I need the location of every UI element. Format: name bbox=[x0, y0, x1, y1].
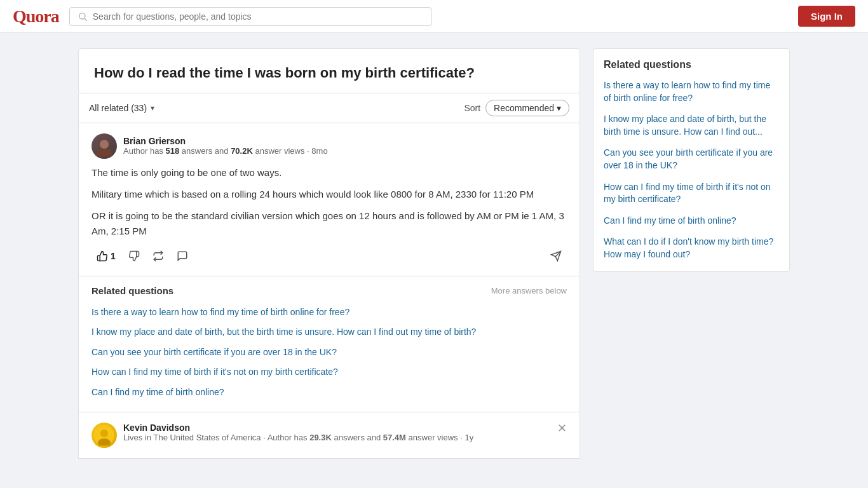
answer2-content: Kevin Davidson Lives in The United State… bbox=[123, 423, 551, 442]
logo[interactable]: Quora bbox=[13, 6, 59, 27]
svg-point-7 bbox=[100, 430, 108, 437]
all-related-label: All related (33) bbox=[89, 103, 147, 113]
sidebar-link-3[interactable]: Can you see your birth certificate if yo… bbox=[604, 147, 779, 172]
meta-prefix: Author has bbox=[123, 146, 166, 156]
sidebar-link-5[interactable]: Can I find my time of birth online? bbox=[604, 215, 779, 227]
related-inline-link-3[interactable]: Can you see your birth certificate if yo… bbox=[92, 342, 567, 363]
recommended-sort-button[interactable]: Recommended ▾ bbox=[485, 100, 569, 116]
sidebar-title: Related questions bbox=[604, 59, 779, 71]
answer-paragraph-3: OR it is going to be the standard civili… bbox=[92, 208, 567, 239]
sidebar-link-6[interactable]: What can I do if I don't know my birth t… bbox=[604, 236, 779, 261]
upvote-icon bbox=[97, 250, 108, 262]
avatar-kevin bbox=[92, 423, 117, 448]
related-inline-link-2[interactable]: I know my place and date of birth, but t… bbox=[92, 322, 567, 342]
sidebar-link-2[interactable]: I know my place and date of birth, but t… bbox=[604, 113, 779, 138]
search-icon bbox=[78, 11, 88, 22]
search-bar bbox=[69, 7, 432, 26]
comment-button[interactable] bbox=[172, 247, 193, 266]
answer-actions: 1 bbox=[92, 247, 567, 266]
upvote-button[interactable]: 1 bbox=[92, 247, 121, 266]
kevin-views-label: answer views · bbox=[406, 433, 465, 442]
reshare-button[interactable] bbox=[147, 247, 169, 266]
answer-paragraph-2: Military time which is based on a rollin… bbox=[92, 187, 567, 202]
answer-paragraph-1: The time is only going to be one of two … bbox=[92, 165, 567, 180]
author-meta: Author has 518 answers and 70.2K answer … bbox=[123, 146, 328, 156]
question-title: How do I read the time I was born on my … bbox=[94, 64, 564, 83]
answer-card-brian: Brian Grierson Author has 518 answers an… bbox=[78, 123, 580, 276]
kevin-meta-prefix: Lives in The United States of America · … bbox=[123, 433, 309, 442]
kevin-answers-label: answers and bbox=[332, 433, 383, 442]
upvote-count: 1 bbox=[111, 251, 116, 261]
more-answers-below: More answers below bbox=[491, 286, 567, 295]
all-related-filter[interactable]: All related (33) ▾ bbox=[89, 103, 154, 113]
related-inline-title: Related questions bbox=[92, 285, 173, 296]
downvote-icon bbox=[128, 250, 140, 262]
sort-label: Sort bbox=[464, 103, 480, 113]
downvote-button[interactable] bbox=[123, 247, 145, 266]
share-button[interactable] bbox=[545, 247, 567, 266]
chevron-down-icon: ▾ bbox=[151, 104, 154, 112]
related-inline-link-5[interactable]: Can I find my time of birth online? bbox=[92, 383, 567, 403]
chevron-down-icon: ▾ bbox=[557, 103, 561, 113]
left-column: How do I read the time I was born on my … bbox=[78, 48, 580, 459]
recommended-label: Recommended bbox=[494, 103, 554, 113]
sidebar-link-4[interactable]: How can I find my time of birth if it's … bbox=[604, 181, 779, 206]
svg-point-2 bbox=[100, 140, 109, 149]
kevin-time-ago: 1y bbox=[465, 433, 473, 442]
view-count: 70.2K bbox=[231, 146, 253, 156]
related-inline-link-4[interactable]: How can I find my time of birth if it's … bbox=[92, 362, 567, 383]
close-button[interactable]: ✕ bbox=[557, 423, 567, 434]
author-name[interactable]: Brian Grierson bbox=[123, 136, 328, 146]
author-name-kevin[interactable]: Kevin Davidson bbox=[123, 423, 551, 433]
avatar bbox=[92, 133, 117, 159]
filter-bar: All related (33) ▾ Sort Recommended ▾ bbox=[78, 93, 580, 123]
svg-point-3 bbox=[97, 149, 112, 156]
svg-line-1 bbox=[85, 18, 87, 21]
search-input[interactable] bbox=[93, 11, 424, 22]
kevin-answer-count: 29.3K bbox=[309, 433, 332, 442]
answers-label: answers and bbox=[179, 146, 231, 156]
author-row: Brian Grierson Author has 518 answers an… bbox=[92, 133, 567, 159]
share-icon bbox=[550, 250, 562, 262]
sidebar-link-1[interactable]: Is there a way to learn how to find my t… bbox=[604, 79, 779, 104]
main-container: How do I read the time I was born on my … bbox=[65, 48, 803, 459]
related-inline-header: Related questions More answers below bbox=[92, 285, 567, 296]
sort-area: Sort Recommended ▾ bbox=[464, 100, 569, 116]
comment-icon bbox=[177, 250, 188, 262]
related-inline-link-1[interactable]: Is there a way to learn how to find my t… bbox=[92, 302, 567, 323]
header: Quora Sign In bbox=[0, 0, 868, 33]
answer-count: 518 bbox=[166, 146, 180, 156]
reshare-icon bbox=[153, 250, 164, 262]
views-label: answer views · bbox=[253, 146, 311, 156]
svg-point-0 bbox=[79, 13, 85, 18]
sidebar-card: Related questions Is there a way to lear… bbox=[593, 48, 790, 272]
answer-card-kevin: Kevin Davidson Lives in The United State… bbox=[78, 412, 580, 459]
related-inline-card: Related questions More answers below Is … bbox=[78, 276, 580, 412]
answer-body: The time is only going to be one of two … bbox=[92, 165, 567, 239]
question-card: How do I read the time I was born on my … bbox=[78, 48, 580, 93]
author-meta-kevin: Lives in The United States of America · … bbox=[123, 433, 551, 442]
author-info: Brian Grierson Author has 518 answers an… bbox=[123, 136, 328, 156]
right-sidebar: Related questions Is there a way to lear… bbox=[593, 48, 790, 459]
kevin-view-count: 57.4M bbox=[383, 433, 406, 442]
time-ago: 8mo bbox=[311, 146, 327, 156]
sign-in-button[interactable]: Sign In bbox=[798, 6, 855, 27]
